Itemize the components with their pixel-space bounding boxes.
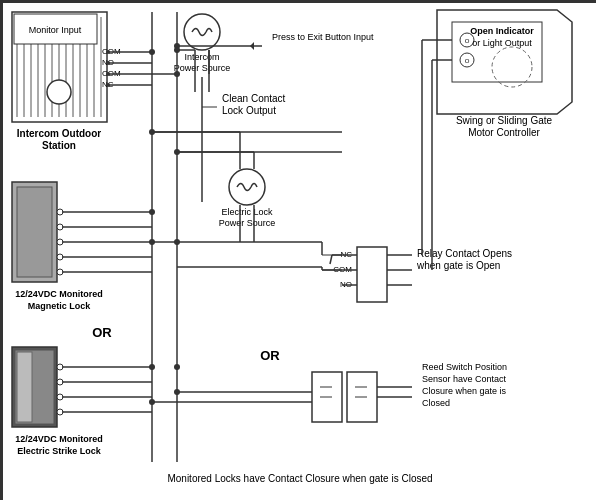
svg-text:Clean Contact: Clean Contact — [222, 93, 286, 104]
wiring-diagram: Monitor Input COM NO COM NC Intercom Out… — [0, 0, 596, 500]
svg-point-115 — [149, 364, 155, 370]
svg-text:Intercom: Intercom — [184, 52, 219, 62]
svg-point-29 — [106, 83, 110, 87]
svg-text:Motor Controller: Motor Controller — [468, 127, 540, 138]
svg-point-154 — [149, 49, 155, 55]
svg-point-153 — [174, 47, 180, 53]
svg-text:or Light Output: or Light Output — [472, 38, 532, 48]
svg-point-17 — [47, 80, 71, 104]
svg-point-116 — [174, 364, 180, 370]
svg-text:OR: OR — [260, 348, 280, 363]
svg-rect-87 — [17, 187, 52, 277]
svg-text:Press to Exit Button Input: Press to Exit Button Input — [272, 32, 374, 42]
svg-point-32 — [184, 14, 220, 50]
svg-text:Closure when gate is: Closure when gate is — [422, 386, 507, 396]
svg-point-98 — [149, 209, 155, 215]
svg-text:12/24VDC Monitored: 12/24VDC Monitored — [15, 289, 103, 299]
svg-text:Monitored Locks have Contact C: Monitored Locks have Contact Closure whe… — [167, 473, 432, 484]
svg-text:Magnetic Lock: Magnetic Lock — [28, 301, 92, 311]
svg-text:Intercom Outdoor: Intercom Outdoor — [17, 128, 102, 139]
svg-rect-57 — [357, 247, 387, 302]
svg-text:OR: OR — [92, 325, 112, 340]
svg-text:Sensor have Contact: Sensor have Contact — [422, 374, 507, 384]
svg-text:Electric Lock: Electric Lock — [221, 207, 273, 217]
svg-text:Reed Switch Position: Reed Switch Position — [422, 362, 507, 372]
svg-text:Lock Output: Lock Output — [222, 105, 276, 116]
svg-rect-106 — [17, 352, 32, 422]
svg-point-26 — [106, 50, 110, 54]
svg-text:Open Indicator: Open Indicator — [470, 26, 534, 36]
svg-text:Electric Strike Lock: Electric Strike Lock — [17, 446, 102, 456]
svg-point-150 — [174, 149, 180, 155]
svg-text:Swing or Sliding Gate: Swing or Sliding Gate — [456, 115, 553, 126]
svg-point-27 — [106, 61, 110, 65]
svg-point-28 — [106, 72, 110, 76]
svg-text:O: O — [465, 38, 470, 44]
svg-text:Monitor Input: Monitor Input — [29, 25, 82, 35]
svg-point-136 — [149, 399, 155, 405]
svg-point-155 — [174, 71, 180, 77]
svg-text:O: O — [465, 58, 470, 64]
svg-text:Power Source: Power Source — [174, 63, 231, 73]
svg-text:Power Source: Power Source — [219, 218, 276, 228]
svg-point-149 — [149, 129, 155, 135]
svg-text:when gate is Open: when gate is Open — [416, 260, 500, 271]
svg-text:12/24VDC Monitored: 12/24VDC Monitored — [15, 434, 103, 444]
svg-text:Closed: Closed — [422, 398, 450, 408]
svg-text:Station: Station — [42, 140, 76, 151]
svg-point-52 — [229, 169, 265, 205]
svg-point-135 — [174, 389, 180, 395]
